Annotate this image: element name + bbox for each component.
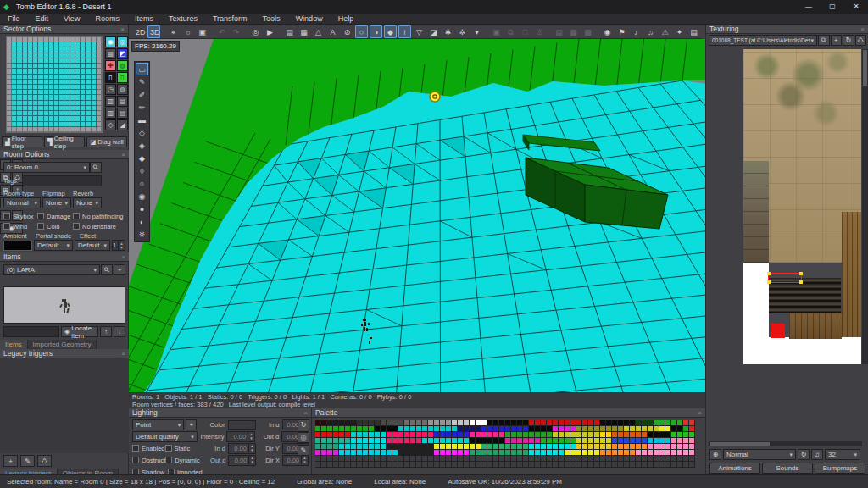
- palette-swatch[interactable]: [612, 450, 618, 456]
- palette-swatch[interactable]: [499, 432, 505, 438]
- item-preview[interactable]: [3, 286, 125, 324]
- palette-swatch[interactable]: [345, 450, 351, 456]
- palette-swatch[interactable]: [333, 438, 339, 444]
- spinner-dir-x[interactable]: 0.00▲▼: [282, 455, 309, 466]
- palette-swatch[interactable]: [392, 456, 398, 462]
- palette-swatch[interactable]: [351, 438, 357, 444]
- spinner-arrows[interactable]: ▲▼: [248, 432, 254, 441]
- palette-swatch[interactable]: [363, 432, 369, 438]
- palette-swatch[interactable]: [392, 438, 398, 444]
- palette-swatch[interactable]: [588, 426, 594, 432]
- palette-swatch[interactable]: [677, 432, 683, 438]
- palette-swatch[interactable]: [315, 450, 321, 456]
- close-icon[interactable]: ×: [860, 25, 865, 33]
- palette-swatch[interactable]: [487, 450, 493, 456]
- palette-swatch[interactable]: [689, 462, 695, 468]
- palette-swatch[interactable]: [636, 456, 642, 462]
- palette-swatch[interactable]: [458, 420, 464, 426]
- palette-swatch[interactable]: [511, 420, 517, 426]
- locate-item-button[interactable]: ◈Locate item: [61, 326, 98, 337]
- palette-swatch[interactable]: [381, 462, 387, 468]
- palette-swatch[interactable]: [440, 462, 446, 468]
- palette-swatch[interactable]: [505, 432, 511, 438]
- palette-swatch[interactable]: [665, 444, 671, 450]
- toolbar-center-camera[interactable]: ⌖: [167, 25, 180, 38]
- palette-swatch[interactable]: [458, 462, 464, 468]
- palette-swatch[interactable]: [565, 432, 570, 438]
- palette-swatch[interactable]: [458, 450, 464, 456]
- palette-swatch[interactable]: [565, 444, 570, 450]
- palette-swatch[interactable]: [636, 420, 642, 426]
- palette-swatch[interactable]: [458, 444, 464, 450]
- palette-swatch[interactable]: [523, 444, 529, 450]
- palette-swatch[interactable]: [375, 444, 381, 450]
- palette-swatch[interactable]: [618, 438, 624, 444]
- item-selector[interactable]: (0) LARA▾: [3, 264, 100, 275]
- terrain-dot-tool[interactable]: ●: [136, 202, 148, 215]
- palette-swatch[interactable]: [600, 420, 606, 426]
- palette-swatch[interactable]: [624, 456, 630, 462]
- palette-swatch[interactable]: [369, 426, 375, 432]
- palette-swatch[interactable]: [553, 420, 559, 426]
- minimize-button[interactable]: —: [797, 0, 821, 14]
- close-icon[interactable]: ×: [698, 408, 702, 417]
- palette-swatch[interactable]: [618, 456, 624, 462]
- palette-swatch[interactable]: [440, 432, 446, 438]
- palette-swatch[interactable]: [630, 432, 636, 438]
- palette-swatch[interactable]: [392, 426, 398, 432]
- palette-swatch[interactable]: [576, 444, 582, 450]
- palette-swatch[interactable]: [659, 420, 665, 426]
- palette-swatch[interactable]: [612, 426, 618, 432]
- palette-swatch[interactable]: [387, 456, 392, 462]
- palette-swatch[interactable]: [553, 426, 559, 432]
- edit-trigger-button[interactable]: ✎: [20, 455, 35, 467]
- palette-swatch[interactable]: [357, 456, 363, 462]
- checkbox-wind[interactable]: Wind: [3, 221, 37, 231]
- spinner-arrows[interactable]: ▲▼: [248, 444, 255, 452]
- palette-swatch[interactable]: [588, 420, 594, 426]
- palette-swatch[interactable]: [387, 432, 392, 438]
- palette-swatch[interactable]: [618, 426, 624, 432]
- effect-strength-stepper[interactable]: 1▲▼: [112, 240, 125, 251]
- prev-item-button[interactable]: ↑: [100, 326, 112, 337]
- trigger-sector-button[interactable]: ◷: [105, 84, 116, 95]
- palette-swatch[interactable]: [618, 420, 624, 426]
- palette-swatch[interactable]: [570, 426, 576, 432]
- palette-swatch[interactable]: [671, 444, 677, 450]
- palette-swatch[interactable]: [570, 444, 576, 450]
- palette-swatch[interactable]: [375, 426, 381, 432]
- palette-swatch[interactable]: [606, 456, 612, 462]
- edit-light[interactable]: ✎: [298, 445, 309, 456]
- palette-swatch[interactable]: [392, 450, 398, 456]
- palette-swatch[interactable]: [683, 462, 689, 468]
- palette-swatch[interactable]: [387, 462, 392, 468]
- palette-swatch[interactable]: [547, 420, 553, 426]
- palette-swatch[interactable]: [689, 456, 695, 462]
- palette-swatch[interactable]: [636, 444, 642, 450]
- palette-swatch[interactable]: [351, 432, 357, 438]
- palette-swatch[interactable]: [315, 420, 321, 426]
- palette-swatch[interactable]: [565, 450, 570, 456]
- palette-swatch[interactable]: [559, 456, 565, 462]
- palette-swatch[interactable]: [387, 426, 392, 432]
- fine-pencil-tool[interactable]: ✐: [136, 88, 148, 101]
- palette-swatch[interactable]: [339, 426, 345, 432]
- palette-swatch[interactable]: [487, 420, 493, 426]
- palette-swatch[interactable]: [677, 420, 683, 426]
- palette-swatch[interactable]: [547, 432, 553, 438]
- palette-swatch[interactable]: [446, 438, 452, 444]
- diag-wall-button[interactable]: ◪Diag wall: [86, 136, 127, 147]
- palette-swatch[interactable]: [594, 426, 600, 432]
- palette-swatch[interactable]: [357, 426, 363, 432]
- palette-swatch[interactable]: [357, 438, 363, 444]
- palette-swatch[interactable]: [392, 432, 398, 438]
- toolbar-view-2d[interactable]: 2D: [133, 25, 146, 38]
- palette-swatch[interactable]: [683, 420, 689, 426]
- palette-swatch[interactable]: [683, 450, 689, 456]
- palette-swatch[interactable]: [511, 432, 517, 438]
- palette-swatch[interactable]: [529, 462, 535, 468]
- palette-swatch[interactable]: [600, 438, 606, 444]
- palette-swatch[interactable]: [339, 462, 345, 468]
- toolbar-draw-portals[interactable]: ▣: [196, 25, 209, 38]
- light-color-swatch[interactable]: [228, 420, 256, 430]
